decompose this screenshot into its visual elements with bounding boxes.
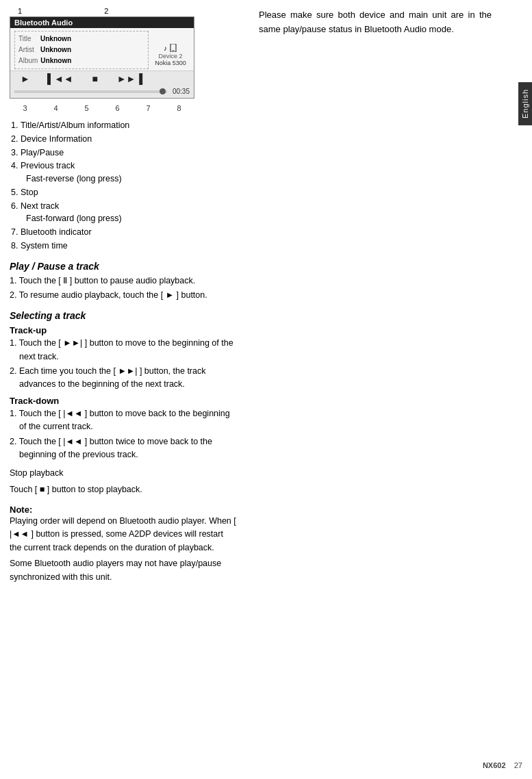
callout-row: 1 2 [10,7,194,16]
track-artist-row: Artist Unknown [18,44,144,55]
artist-value: Unknown [40,44,71,55]
track-up-title: Track-up [10,325,237,335]
bt-panel: Bluetooth Audio Title Unknown Artist Unk… [10,16,194,99]
stop-text: Touch [ ■ ] button to stop playback. [10,483,237,496]
album-label: Album [18,55,38,66]
description-list: Title/Artist/Album information Device In… [10,119,237,253]
page-number: 27 [514,761,522,769]
main-content: 1 2 Bluetooth Audio Title Unknown Artist… [0,0,246,779]
note-title: Note: [10,505,237,515]
track-down-item-2: 2. Touch the [ |◄◄ ] button twice to mov… [10,435,237,462]
note-section: Note: Playing order will depend on Bluet… [10,505,237,584]
track-up-item-2: 2. Each time you touch the [ ►►| ] butto… [10,365,237,392]
album-value: Unknown [40,55,71,66]
timeline-dot [160,88,166,94]
play-pause-item-2: 2. To resume audio playback, touch the [… [10,289,237,302]
list-item: Bluetooth indicator [21,226,237,239]
stop-section: Stop playback Touch [ ■ ] button to stop… [10,467,237,496]
note-line-1: Playing order will depend on Bluetooth a… [10,515,237,554]
track-up-item-1: 1. Touch the [ ►►| ] button to move to t… [10,337,237,363]
list-item: System time [21,240,237,253]
list-item: Device Information [21,133,237,146]
track-down-title: Track-down [10,396,237,406]
svg-rect-1 [172,51,175,51]
next-track-button[interactable]: ►►▐ [117,73,143,84]
intro-text: Please make sure both device and main un… [259,8,492,37]
callout-2: 2 [104,7,108,15]
bt-panel-body: Title Unknown Artist Unknown Album Unkno… [10,28,194,71]
device-info: ♪ Device 2 Nokia 5300 [149,31,190,69]
footer-brand: NX602 [483,761,506,769]
page-footer: NX602 27 [483,761,522,769]
music-note-icon: ♪ [164,44,167,52]
list-item: Title/Artist/Album information [21,119,237,132]
play-pause-section-title: Play / Pause a track [10,261,237,272]
selecting-section-title: Selecting a track [10,310,237,321]
device-icon-row: ♪ [164,44,177,52]
play-pause-item-1: 1. Touch the [ Ⅱ ] button to pause audio… [10,274,237,288]
list-item: Play/Pause [21,146,237,159]
play-button[interactable]: ► [17,73,34,84]
pp-num-1: 1. [10,276,19,285]
list-item: Stop [21,186,237,199]
track-album-row: Album Unknown [18,55,144,66]
time-display: 00:35 [173,88,190,95]
num-3: 3 [10,104,40,112]
artist-label: Artist [18,44,38,55]
num-6: 6 [102,104,133,112]
right-panel: Please make sure both device and main un… [246,0,532,779]
num-7: 7 [133,104,164,112]
phone-icon [169,44,177,52]
track-info: Title Unknown Artist Unknown Album Unkno… [14,31,149,69]
title-label: Title [18,34,38,44]
num-8: 8 [164,104,194,112]
pp-num-2: 2. [10,290,19,300]
stop-button[interactable]: ■ [87,73,103,84]
callout-1: 1 [18,7,22,15]
number-labels-row: 3 4 5 6 7 8 [10,103,194,114]
device-name: Nokia 5300 [155,60,186,66]
bt-panel-title: Bluetooth Audio [10,17,194,28]
num-4: 4 [40,104,71,112]
list-item: Next track Fast-forward (long press) [21,200,237,226]
title-value: Unknown [40,34,71,44]
list-item: Previous track Fast-reverse (long press) [21,159,237,186]
english-tab: English [518,82,532,125]
track-title-row: Title Unknown [18,34,144,44]
stop-title: Stop playback [10,467,237,480]
prev-track-button[interactable]: ▌◄◄ [47,73,73,84]
timeline-row: 00:35 [10,86,194,98]
note-line-2: Some Bluetooth audio players may not hav… [10,557,237,584]
device-label: Device 2 [158,53,182,60]
timeline-bar [14,90,167,93]
num-5: 5 [71,104,102,112]
controls-row: ► ▌◄◄ ■ ►►▐ [10,71,194,86]
track-down-item-1: 1. Touch the [ |◄◄ ] button to move back… [10,407,237,434]
